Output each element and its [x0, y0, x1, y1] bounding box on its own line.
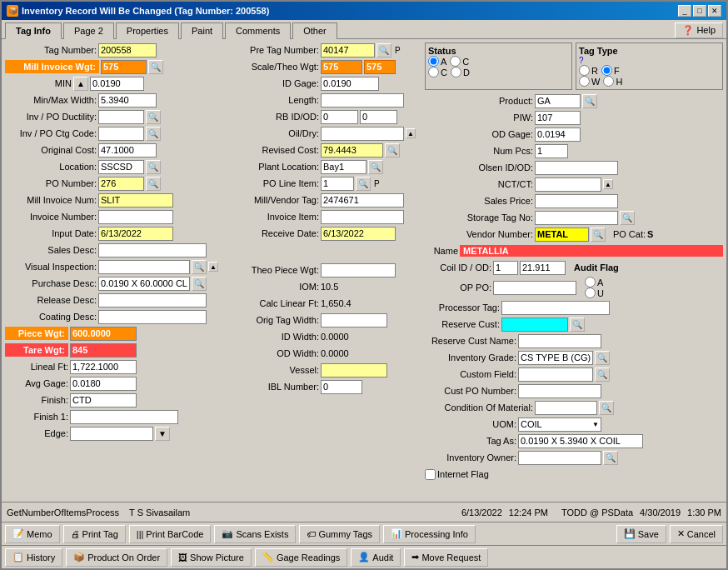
tab-properties[interactable]: Properties — [116, 22, 179, 39]
cust-po-number-input[interactable] — [518, 384, 601, 398]
scale-theo-wgt-input[interactable] — [321, 60, 362, 74]
visual-inspection-search-btn[interactable]: 🔍 — [192, 260, 207, 274]
audit-option-a[interactable]: A — [585, 277, 603, 288]
audit-option-u[interactable]: U — [585, 288, 604, 298]
edge-scroll-btn[interactable]: ▼ — [155, 427, 170, 441]
mill-invoice-num-input[interactable] — [98, 193, 173, 208]
theo-piece-wgt-input[interactable] — [321, 263, 396, 278]
product-search-btn[interactable]: 🔍 — [582, 94, 597, 108]
maximize-button[interactable]: □ — [693, 5, 706, 17]
tab-page2[interactable]: Page 2 — [63, 22, 114, 39]
mill-invoice-wgt-input[interactable] — [101, 60, 147, 74]
mill-vendor-tag-input[interactable] — [321, 193, 404, 208]
pre-tag-number-search-btn[interactable]: 🔍 — [376, 43, 391, 58]
tag-type-r[interactable]: R — [579, 65, 598, 76]
visual-inspection-input[interactable] — [98, 260, 190, 274]
location-search-btn[interactable]: 🔍 — [146, 160, 161, 174]
condition-search-btn[interactable]: 🔍 — [599, 401, 614, 415]
sales-price-input[interactable] — [535, 194, 618, 208]
inventory-grade-search-btn[interactable]: 🔍 — [595, 351, 610, 365]
num-pcs-input[interactable] — [535, 144, 568, 158]
min-input[interactable] — [90, 77, 144, 91]
nct-ct-input[interactable] — [535, 178, 601, 192]
plant-location-search-btn[interactable]: 🔍 — [368, 160, 383, 174]
length-input[interactable] — [321, 93, 404, 108]
reserve-cust-input[interactable] — [501, 318, 568, 332]
pre-tag-number-input[interactable] — [321, 43, 375, 58]
location-input[interactable] — [98, 160, 144, 174]
processor-tag-input[interactable] — [501, 301, 610, 315]
tag-type-h[interactable]: H — [603, 76, 622, 87]
cancel-button[interactable]: ✕ Cancel — [670, 525, 723, 543]
tare-wgt-input[interactable] — [70, 343, 137, 358]
gummy-tags-button[interactable]: 🏷 Gummy Tags — [299, 525, 380, 543]
move-request-button[interactable]: ➡ Move Request — [404, 548, 488, 567]
receive-date-input[interactable] — [321, 227, 396, 241]
gage-readings-button[interactable]: 📏 Gage Readings — [255, 548, 347, 567]
tag-type-f[interactable]: F — [601, 65, 620, 76]
visual-inspection-scroll-btn[interactable]: ▲ — [208, 262, 218, 272]
coil-id-input[interactable] — [493, 261, 518, 275]
tag-as-input[interactable] — [518, 434, 643, 448]
history-button[interactable]: 📋 History — [5, 548, 62, 567]
plant-location-input[interactable] — [321, 160, 366, 174]
inventory-owner-input[interactable] — [518, 451, 601, 465]
piece-wgt-input[interactable] — [70, 327, 137, 341]
status-option-d[interactable]: D — [451, 67, 470, 78]
po-line-item-input[interactable] — [321, 177, 354, 191]
lineal-ft-input[interactable] — [70, 360, 137, 374]
storage-tag-no-input[interactable] — [535, 211, 618, 225]
print-tag-button[interactable]: 🖨 Print Tag — [63, 525, 126, 543]
revised-cost-input[interactable] — [321, 143, 383, 158]
revised-cost-search-btn[interactable]: 🔍 — [385, 143, 400, 158]
tag-type-question[interactable]: ? — [579, 56, 720, 65]
inv-po-ductility-search-btn[interactable]: 🔍 — [146, 110, 161, 124]
edge-input[interactable] — [70, 427, 153, 441]
finish1-input[interactable] — [70, 410, 178, 424]
rb-id-input[interactable] — [321, 110, 358, 124]
condition-input[interactable] — [535, 401, 597, 415]
uom-dropdown[interactable]: COIL ▼ — [518, 418, 601, 432]
orig-tag-width-input[interactable] — [321, 313, 387, 328]
input-date-input[interactable] — [98, 227, 173, 241]
id-gage-input[interactable] — [321, 77, 379, 91]
product-on-order-button[interactable]: 📦 Product On Order — [66, 548, 167, 567]
status-option-c[interactable]: C — [450, 56, 469, 67]
tab-tag-info[interactable]: Tag Info — [5, 22, 62, 39]
oil-dry-input[interactable] — [321, 127, 404, 141]
op-po-input[interactable] — [493, 281, 576, 295]
close-button[interactable]: ✕ — [708, 5, 721, 17]
invoice-number-input[interactable] — [98, 210, 173, 224]
finish-input[interactable] — [70, 393, 137, 408]
tab-paint[interactable]: Paint — [181, 22, 223, 39]
reserve-cust-name-input[interactable] — [518, 334, 601, 348]
inv-po-ctg-search-btn[interactable]: 🔍 — [146, 127, 161, 141]
vendor-number-search-btn[interactable]: 🔍 — [591, 228, 606, 242]
od-gage-input[interactable] — [535, 128, 581, 142]
avg-gage-input[interactable] — [70, 377, 137, 391]
inventory-grade-input[interactable] — [518, 351, 593, 365]
coating-desc-input[interactable] — [98, 310, 207, 324]
tab-comments[interactable]: Comments — [225, 22, 291, 39]
po-number-search-btn[interactable]: 🔍 — [146, 177, 161, 191]
invoice-item-input[interactable] — [321, 210, 404, 224]
reserve-cust-search-btn[interactable]: 🔍 — [570, 318, 585, 332]
tag-number-input[interactable]: 200558 — [98, 43, 157, 58]
min-up-btn[interactable]: ▲ — [73, 77, 88, 91]
po-line-item-search-btn[interactable]: 🔍 — [356, 177, 371, 191]
min-max-width-input[interactable] — [98, 93, 157, 108]
internet-flag-checkbox[interactable] — [425, 469, 436, 480]
nct-ct-scroll-btn[interactable]: ▲ — [603, 179, 613, 189]
release-desc-input[interactable] — [98, 293, 207, 308]
help-button[interactable]: ❓ Help — [675, 22, 723, 38]
olsen-id-od-input[interactable] — [535, 161, 618, 175]
coil-od-input[interactable] — [520, 261, 566, 275]
ibl-number-input[interactable] — [321, 380, 362, 394]
inventory-owner-search-btn[interactable]: 🔍 — [603, 451, 618, 465]
inv-po-ductility-input[interactable] — [98, 110, 144, 124]
rb-od-input[interactable] — [360, 110, 397, 124]
tag-type-w[interactable]: W — [579, 76, 600, 87]
original-cost-input[interactable] — [98, 143, 157, 158]
print-barcode-button[interactable]: ||| Print BarCode — [129, 525, 212, 543]
purchase-desc-input[interactable] — [98, 277, 190, 291]
